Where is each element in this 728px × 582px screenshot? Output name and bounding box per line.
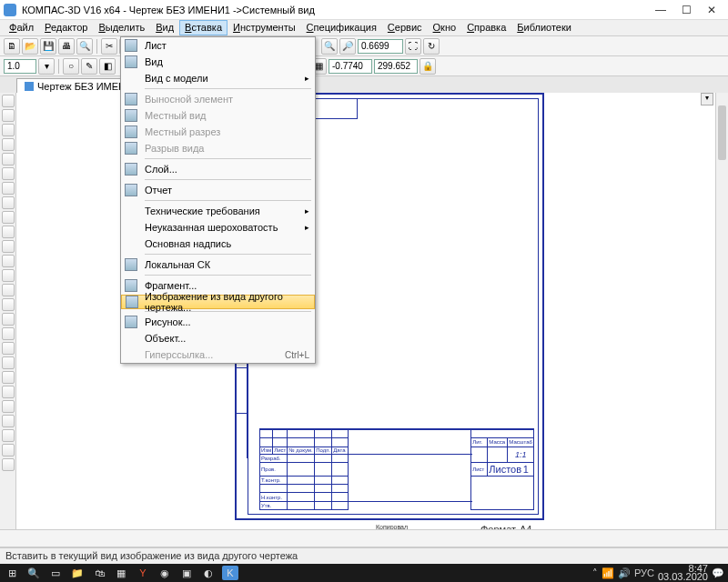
chrome-icon[interactable]: ◉ xyxy=(157,566,173,580)
left-tool-8[interactable] xyxy=(2,211,15,224)
menu-библиотеки[interactable]: Библиотеки xyxy=(511,20,577,35)
menu-редактор[interactable]: Редактор xyxy=(39,20,93,35)
menu-выделить[interactable]: Выделить xyxy=(93,20,150,35)
menu-инструменты[interactable]: Инструменты xyxy=(228,20,301,35)
close-button[interactable]: ✕ xyxy=(699,1,724,19)
left-tool-12[interactable] xyxy=(2,269,15,282)
store-icon[interactable]: 🛍 xyxy=(91,566,107,580)
left-tool-2[interactable] xyxy=(2,124,15,136)
start-button[interactable]: ⊞ xyxy=(4,566,20,580)
scale-dropdown[interactable]: ▾ xyxy=(38,58,55,75)
minimize-button[interactable]: — xyxy=(648,1,673,19)
taskbar-clock[interactable]: 8:47 03.03.2020 xyxy=(658,565,708,581)
coord-y-input[interactable] xyxy=(374,59,418,74)
scale-input[interactable] xyxy=(4,59,36,74)
left-tool-5[interactable] xyxy=(2,167,15,180)
menu-item-15[interactable]: Рисунок... xyxy=(121,314,315,330)
preview-button[interactable]: 🔍 xyxy=(76,38,93,55)
menu-item-label: Гиперссылка... xyxy=(145,349,213,360)
fit-button[interactable]: ⛶ xyxy=(405,38,421,55)
tray-up-icon[interactable]: ˄ xyxy=(592,567,598,579)
menu-item-2[interactable]: Вид с модели▸ xyxy=(121,70,315,86)
left-tool-20[interactable] xyxy=(2,386,15,398)
left-tool-18[interactable] xyxy=(2,356,15,369)
left-tool-25[interactable] xyxy=(2,458,15,471)
menu-справка[interactable]: Справка xyxy=(461,20,511,35)
menu-item-8[interactable]: Отчет xyxy=(121,182,315,198)
save-button[interactable]: 💾 xyxy=(40,38,56,55)
zoom-input[interactable] xyxy=(358,39,403,54)
tray-volume-icon[interactable]: 🔊 xyxy=(618,567,631,579)
cut-button[interactable]: ✂ xyxy=(101,38,117,55)
submenu-arrow-icon: ▸ xyxy=(305,223,309,232)
menu-item-7[interactable]: Слой... xyxy=(121,161,315,177)
left-tool-21[interactable] xyxy=(2,400,15,413)
new-button[interactable]: 🗎 xyxy=(4,38,20,55)
vertical-scrollbar[interactable] xyxy=(715,93,728,529)
view-dropdown[interactable]: ▾ xyxy=(701,93,713,105)
app-icon-1[interactable]: ▣ xyxy=(178,566,195,580)
zoom-in-button[interactable]: 🔍 xyxy=(321,38,338,55)
calc-icon[interactable]: ▦ xyxy=(113,566,129,580)
menu-item-11[interactable]: Основная надпись xyxy=(121,236,315,252)
menu-файл[interactable]: Файл xyxy=(4,20,39,35)
menu-item-icon xyxy=(125,316,137,328)
menu-item-6: Разрыв вида xyxy=(121,140,315,156)
notifications-icon[interactable]: 💬 xyxy=(712,567,724,579)
menu-item-0[interactable]: Лист xyxy=(121,37,315,54)
tool-c[interactable]: ◧ xyxy=(99,58,116,75)
tray-network-icon[interactable]: 📶 xyxy=(602,567,614,579)
left-tool-4[interactable] xyxy=(2,153,15,166)
menu-спецификация[interactable]: Спецификация xyxy=(301,20,382,35)
app-icon-2[interactable]: ◐ xyxy=(200,566,217,580)
menu-item-16[interactable]: Объект... xyxy=(121,330,315,346)
maximize-button[interactable]: ☐ xyxy=(673,1,699,19)
left-tool-19[interactable] xyxy=(2,371,15,384)
kompas-taskbar-icon[interactable]: K xyxy=(222,566,238,580)
menu-вставка[interactable]: Вставка xyxy=(179,20,228,35)
title-bar: КОМПАС-3D V16 x64 - Чертеж БЕЗ ИМЕНИ1 ->… xyxy=(0,0,728,20)
left-tool-15[interactable] xyxy=(2,313,15,326)
left-tool-11[interactable] xyxy=(2,255,15,267)
menu-item-1[interactable]: Вид xyxy=(121,54,315,70)
coord-x-input[interactable] xyxy=(329,59,372,74)
menu-окно[interactable]: Окно xyxy=(428,20,462,35)
left-tool-13[interactable] xyxy=(2,284,15,296)
left-tool-14[interactable] xyxy=(2,298,15,311)
open-button[interactable]: 📂 xyxy=(22,38,38,55)
coord-lock[interactable]: 🔒 xyxy=(420,58,436,75)
left-tool-24[interactable] xyxy=(2,444,15,457)
browser-icon[interactable]: Y xyxy=(135,566,151,580)
left-tool-9[interactable] xyxy=(2,226,15,238)
print-button[interactable]: 🖶 xyxy=(58,38,75,55)
search-button[interactable]: 🔍 xyxy=(25,566,42,580)
submenu-arrow-icon: ▸ xyxy=(305,206,309,216)
tool-a[interactable]: ○ xyxy=(63,58,79,75)
menu-item-label: Выносной элемент xyxy=(145,94,233,105)
menu-вид[interactable]: Вид xyxy=(150,20,179,35)
menu-item-3: Выносной элемент xyxy=(121,91,315,107)
left-tool-16[interactable] xyxy=(2,327,15,340)
left-tool-17[interactable] xyxy=(2,342,15,355)
system-tray[interactable]: ˄ 📶 🔊 РУС 8:47 03.03.2020 💬 xyxy=(592,565,724,581)
refresh-button[interactable]: ↻ xyxy=(423,38,440,55)
tray-lang[interactable]: РУС xyxy=(634,567,654,578)
left-tool-10[interactable] xyxy=(2,240,15,253)
left-tool-22[interactable] xyxy=(2,415,15,427)
explorer-icon[interactable]: 📁 xyxy=(69,566,86,580)
left-tool-23[interactable] xyxy=(2,429,15,442)
tool-b[interactable]: ✎ xyxy=(81,58,97,75)
menu-item-10[interactable]: Неуказанная шероховатость▸ xyxy=(121,219,315,236)
left-tool-7[interactable] xyxy=(2,196,15,209)
menu-item-14[interactable]: Изображение из вида другого чертежа... xyxy=(121,295,315,309)
menu-сервис[interactable]: Сервис xyxy=(382,20,428,35)
left-tool-6[interactable] xyxy=(2,182,15,195)
left-tool-3[interactable] xyxy=(2,138,15,151)
left-tool-0[interactable] xyxy=(2,95,15,107)
app-icon xyxy=(4,4,16,16)
left-tool-1[interactable] xyxy=(2,109,15,122)
menu-item-12[interactable]: Локальная СК xyxy=(121,256,315,273)
taskview-button[interactable]: ▭ xyxy=(47,566,64,580)
menu-item-9[interactable]: Технические требования▸ xyxy=(121,203,315,219)
zoom-out-button[interactable]: 🔎 xyxy=(339,38,356,55)
